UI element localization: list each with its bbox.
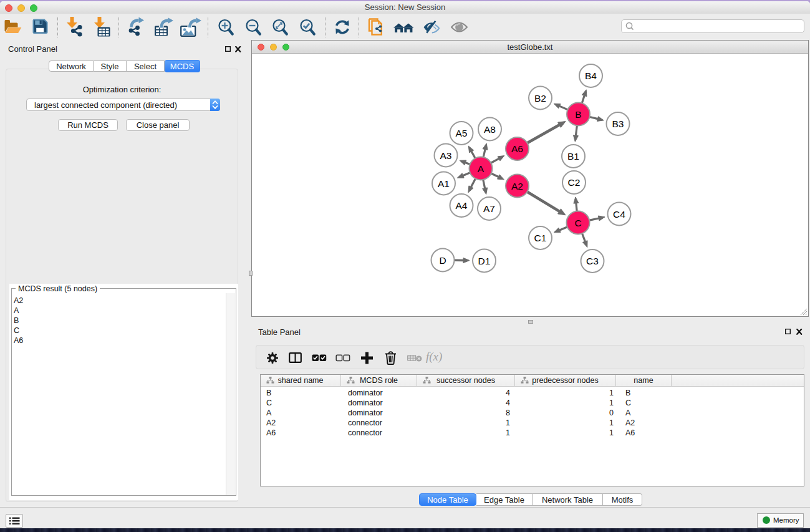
svg-text:B1: B1 [567,151,579,162]
svg-text:B: B [575,109,581,120]
svg-text:C: C [574,218,581,228]
svg-text:A1: A1 [438,178,450,189]
svg-text:A8: A8 [484,124,496,135]
svg-text:D: D [439,255,446,266]
svg-text:A7: A7 [483,203,495,214]
svg-text:B2: B2 [534,93,546,104]
svg-text:A3: A3 [440,150,452,161]
svg-text:A: A [478,163,485,174]
svg-text:B4: B4 [585,70,597,81]
svg-text:A6: A6 [511,143,523,154]
svg-text:D1: D1 [478,256,491,266]
svg-text:A5: A5 [456,128,468,138]
svg-text:C1: C1 [534,233,547,243]
svg-text:A4: A4 [456,200,468,211]
svg-text:A2: A2 [511,181,523,191]
svg-text:C4: C4 [613,209,625,220]
svg-text:B3: B3 [612,118,624,129]
svg-text:C3: C3 [586,256,599,266]
svg-text:C2: C2 [568,177,581,188]
